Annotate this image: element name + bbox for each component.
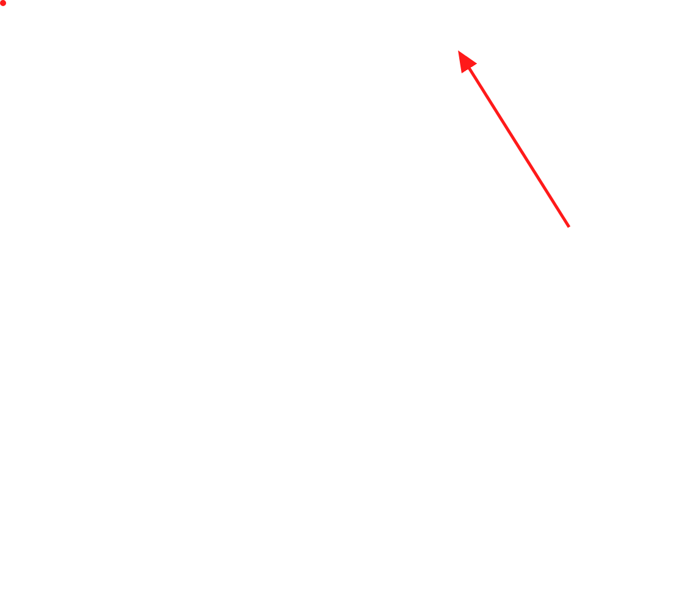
- svg-line-1: [468, 66, 569, 227]
- fill-handle[interactable]: [0, 0, 4, 4]
- annotation-arrow: [0, 0, 676, 616]
